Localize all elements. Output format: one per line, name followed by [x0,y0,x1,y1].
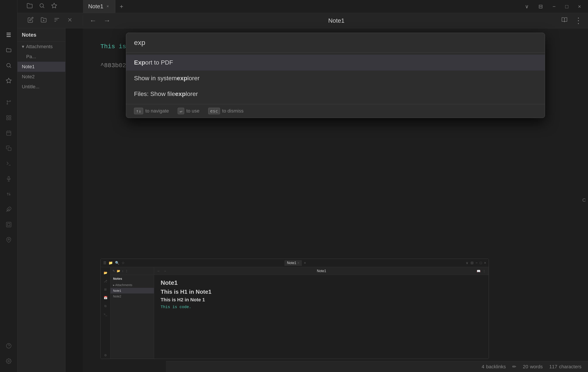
title-bar: Note1 × + ∨ ⊟ − □ × [0,0,588,13]
command-input-row[interactable] [126,33,545,52]
map-pin-icon[interactable] [2,233,15,246]
title-bar-right: ∨ ⊟ − □ × [518,2,588,11]
embed-chevron-icon: ∨ [466,261,468,265]
terminal-icon[interactable] [2,157,15,170]
embed-close-icon: × [484,261,486,265]
nav-forward-button[interactable]: → [102,15,112,26]
embed-nav-forward: → [163,269,166,273]
chevron-down-icon[interactable]: ∨ [522,2,531,11]
svg-rect-5 [7,116,8,117]
settings-icon[interactable] [2,354,15,368]
svg-point-3 [7,103,8,104]
scroll-indicator: C [582,197,586,203]
help-icon[interactable] [2,339,15,352]
embed-sort-icon: ↕ [122,269,124,272]
embed-star-icon: ☆ [122,261,125,265]
embed-sidebar: 📂 ⎇ ⊞ 📅 ⧉ >_ ⚙ [101,267,110,359]
file-item-note2[interactable]: Note2 [18,72,65,82]
bookmark-icon[interactable] [50,1,59,11]
embedded-screenshot: ☰ 📁 🔍 ☆ Note1 × + ∨ ⊟ − □ × 📂 ⎇ ⊞ 📅 [100,259,489,359]
svg-point-24 [8,361,9,362]
close-button[interactable]: × [575,2,584,11]
new-note-toolbar-icon[interactable] [26,15,35,26]
embed-book-icon: 📖 [477,269,480,273]
reading-view-icon[interactable] [560,15,569,26]
file-item-note1[interactable]: Note1 [18,62,65,72]
puzzle-icon[interactable] [2,203,15,216]
calendar-icon[interactable] [2,126,15,140]
sidebar-toggle-icon[interactable]: ☰ [2,28,15,41]
attachments-group[interactable]: ▾ Attachments [18,42,65,52]
numbers-icon[interactable] [2,188,15,201]
sort-toolbar-icon[interactable] [52,15,61,26]
embed-tab-close: × [298,261,299,264]
toolbar-note-title: Note1 [117,17,556,24]
tab-close-button[interactable]: × [105,4,110,9]
split-view-icon[interactable]: ⊟ [536,2,546,11]
new-tab-button[interactable]: + [115,3,127,10]
svg-rect-8 [9,118,11,120]
embed-note2-item: Note2 [110,293,154,299]
embed-note-title: Note1 [161,279,482,286]
embed-sb-cal-icon: 📅 [102,294,109,301]
mic-icon[interactable] [2,172,15,185]
embed-sb-term-icon: >_ [102,311,109,318]
words-label: words [530,364,543,370]
folder-icon[interactable] [2,44,15,57]
file-item-untitled[interactable]: Untitle... [18,82,65,92]
command-result-export-pdf[interactable]: Export to PDF [126,55,545,70]
search-icon[interactable] [2,59,15,72]
file-item-pa[interactable]: Pa... [18,52,65,62]
svg-rect-9 [7,131,11,135]
svg-point-0 [7,63,10,67]
file-panel-header: Notes [18,28,65,42]
svg-rect-10 [8,148,11,151]
nav-back-button[interactable]: ← [88,15,98,26]
embed-sidebar-icon: ☰ [103,261,106,265]
embed-folder-icon: 📁 [108,261,113,265]
git-branch-icon[interactable] [2,96,15,109]
more-options-icon[interactable]: ⋮ [573,15,584,27]
command-palette-input[interactable] [134,39,537,47]
tab-note1[interactable]: Note1 × [83,0,115,13]
embed-h2: This is H2 in Note 1 [161,297,482,303]
backlinks-status[interactable]: 4 backlinks [482,364,506,370]
command-palette-panel: Export to PDF Show in system explorer Fi… [126,33,545,118]
result-suffix-lorer: lorer [187,75,200,82]
close-panel-toolbar-icon[interactable] [65,15,74,26]
copy-icon[interactable] [2,142,15,155]
grid-icon[interactable] [2,111,15,124]
folder-open-icon[interactable] [25,1,34,11]
embed-new-note-icon: ✎ [113,269,115,272]
embed-right-icons: 📖 ⋮ [477,269,486,273]
frame-icon[interactable] [2,218,15,231]
embed-titlebar: ☰ 📁 🔍 ☆ Note1 × + ∨ ⊟ − □ × [101,259,489,267]
new-folder-toolbar-icon[interactable] [39,15,48,26]
svg-rect-20 [7,223,10,226]
result-suffix-pdf: ort to PDF [145,59,173,66]
embed-file-header: Notes [110,275,154,282]
tab-label: Note1 [88,3,103,10]
search-top-icon[interactable] [38,1,46,11]
minimize-button[interactable]: − [550,2,558,11]
dismiss-label: to dismiss [222,108,244,114]
navigate-label: to navigate [145,108,169,114]
embed-file-toolbar: ✎ 📂 ↕ ⋮ [110,267,154,275]
words-count: 20 [523,364,528,370]
command-result-file-explorer[interactable]: Files: Show file explorer [126,86,545,102]
command-result-system-explorer[interactable]: Show in system explorer [126,70,545,86]
embed-nav-back: ← [157,269,160,273]
result-prefix-files: Files: Show file [134,90,175,98]
star-icon[interactable] [2,74,15,87]
embed-more-icon2: ⋮ [483,269,486,273]
edit-status: ✏ [512,364,516,370]
svg-point-21 [8,239,9,240]
embed-maximize-icon: □ [480,261,482,265]
chars-count: 117 [549,364,557,370]
embed-sb-file-icon: 📂 [102,269,109,276]
result-prefix-show: Show in system [134,75,177,82]
chars-label: characters [559,364,581,370]
toolbar: ← → Note1 ⋮ [0,13,588,28]
maximize-button[interactable]: □ [562,2,571,11]
use-label: to use [186,108,200,114]
